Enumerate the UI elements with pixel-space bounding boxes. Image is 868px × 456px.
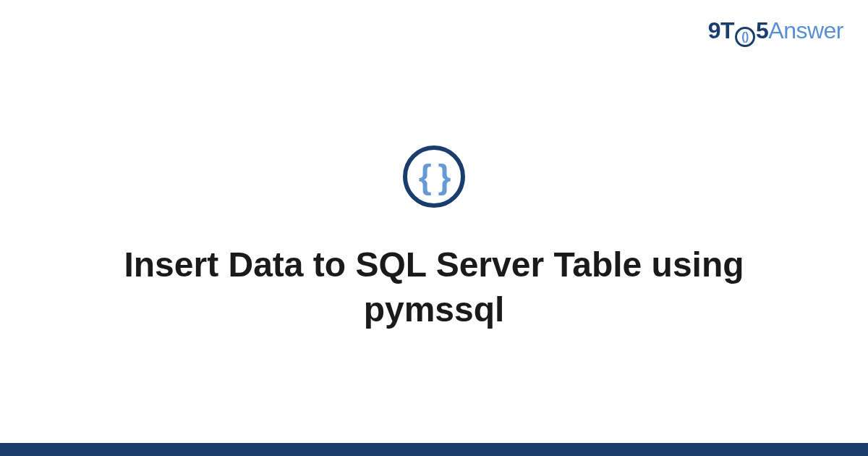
code-braces-icon: { }: [419, 160, 450, 193]
page-title: Insert Data to SQL Server Table using py…: [109, 242, 760, 333]
footer-bar: [0, 443, 868, 456]
main-content: { } Insert Data to SQL Server Table usin…: [0, 0, 868, 456]
category-icon-circle: { }: [403, 145, 465, 208]
